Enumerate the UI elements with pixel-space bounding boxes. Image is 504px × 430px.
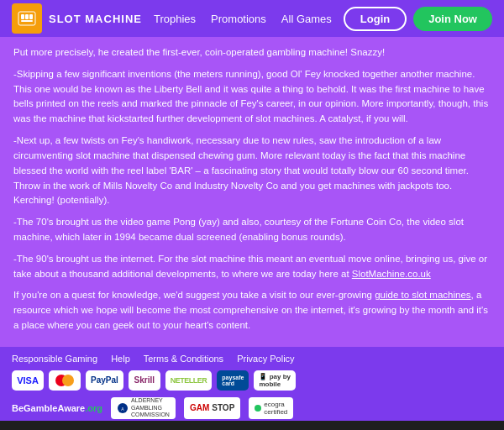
help-link[interactable]: Help xyxy=(111,354,130,364)
main-content: Put more precisely, he created the first… xyxy=(0,37,504,347)
visa-badge: VISA xyxy=(12,370,44,391)
mobile-badge: 📱 pay bymobile xyxy=(254,370,296,391)
paragraph-6: If you're on a quest for knowledge, we'd… xyxy=(13,288,491,333)
header: SLOT MACHINE Trophies Promotions All Gam… xyxy=(0,0,504,37)
responsible-gaming-link[interactable]: Responsible Gaming xyxy=(12,354,97,364)
svg-rect-1 xyxy=(21,14,24,19)
slotmachine-link[interactable]: SlotMachine.co.uk xyxy=(352,269,431,279)
svg-rect-2 xyxy=(25,14,29,19)
terms-link[interactable]: Terms & Conditions xyxy=(144,354,223,364)
trust-row: BeGambleAware.org A ALDERNEYGAMBLINGCOMM… xyxy=(12,397,492,419)
certified-badge: ecogracertified xyxy=(249,397,293,419)
privacy-link[interactable]: Privacy Policy xyxy=(237,354,294,364)
footer: Responsible Gaming Help Terms & Conditio… xyxy=(0,347,504,430)
paragraph-3: -Next up, a few twists on Fey's handiwor… xyxy=(13,134,491,208)
paypal-badge: PayPal xyxy=(86,370,123,391)
alderney-badge: A ALDERNEYGAMBLINGCOMMISSION xyxy=(111,397,176,419)
login-button[interactable]: Login xyxy=(344,7,407,31)
svg-rect-3 xyxy=(29,14,33,19)
paragraph-4: -The 70's brought us the video game Pong… xyxy=(13,215,491,245)
nav-promotions[interactable]: Promotions xyxy=(211,13,266,25)
paragraph-1: Put more precisely, he created the first… xyxy=(13,45,491,60)
svg-rect-4 xyxy=(21,20,33,22)
header-buttons: Login Join Now xyxy=(344,7,492,31)
payment-row: VISA PayPal Skrill NETELLER paysafecard … xyxy=(12,370,492,391)
footer-links: Responsible Gaming Help Terms & Conditio… xyxy=(12,354,492,364)
logo-icon xyxy=(12,3,42,34)
paragraph-2: -Skipping a few significant inventions (… xyxy=(13,67,491,127)
guide-link[interactable]: guide to slot machines xyxy=(375,290,470,300)
paragraph-5: -The 90's brought us the internet. For t… xyxy=(13,252,491,282)
logo-area: SLOT MACHINE xyxy=(12,3,142,34)
bga-logo: BeGambleAware.org xyxy=(12,403,102,413)
join-button[interactable]: Join Now xyxy=(413,7,492,31)
neteller-badge: NETELLER xyxy=(165,370,213,391)
logo-text: SLOT MACHINE xyxy=(49,13,142,25)
gamstop-badge: GAM STOP xyxy=(184,397,240,419)
cookie-bar: By using our website, you are agreeing t… xyxy=(0,421,504,430)
mastercard-badge xyxy=(49,370,81,391)
nav-trophies[interactable]: Trophies xyxy=(154,13,196,25)
skrill-badge: Skrill xyxy=(129,370,160,391)
nav-all-games[interactable]: All Games xyxy=(281,13,332,25)
nav-links: Trophies Promotions All Games xyxy=(154,13,332,25)
paysafe-badge: paysafecard xyxy=(217,370,249,391)
